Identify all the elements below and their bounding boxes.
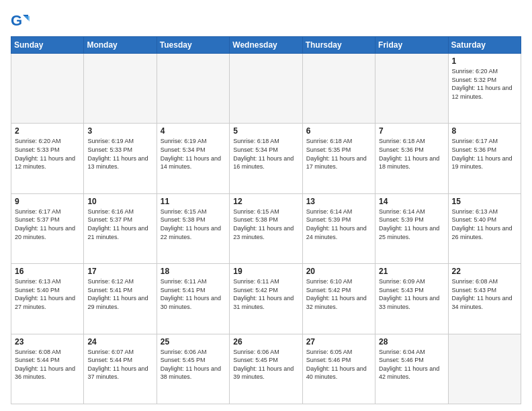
day-info: Sunrise: 6:04 AMSunset: 5:46 PMDaylight:… [379,348,444,381]
calendar-cell: 23Sunrise: 6:08 AMSunset: 5:44 PMDayligh… [11,334,84,404]
calendar-header-row: SundayMondayTuesdayWednesdayThursdayFrid… [11,37,521,54]
svg-text:G: G [11,12,22,29]
calendar-cell: 3Sunrise: 6:19 AMSunset: 5:33 PMDaylight… [84,124,157,193]
calendar-cell: 26Sunrise: 6:06 AMSunset: 5:45 PMDayligh… [230,334,302,404]
day-number: 5 [233,126,298,136]
day-number: 21 [379,267,444,276]
day-number: 9 [15,197,80,206]
day-info: Sunrise: 6:06 AMSunset: 5:45 PMDaylight:… [161,348,226,381]
day-info: Sunrise: 6:12 AMSunset: 5:41 PMDaylight:… [87,277,152,311]
day-number: 25 [161,337,226,347]
day-number: 27 [306,337,371,347]
day-number: 4 [161,126,226,136]
day-number: 12 [233,197,298,206]
day-number: 1 [452,56,517,66]
calendar-cell: 2Sunrise: 6:20 AMSunset: 5:33 PMDaylight… [11,124,84,193]
day-number: 13 [306,197,371,206]
day-number: 11 [161,197,226,206]
day-number: 22 [452,267,517,276]
calendar-cell: 18Sunrise: 6:11 AMSunset: 5:41 PMDayligh… [157,264,229,334]
calendar-cell: 17Sunrise: 6:12 AMSunset: 5:41 PMDayligh… [84,264,157,334]
day-info: Sunrise: 6:18 AMSunset: 5:36 PMDaylight:… [379,137,444,171]
calendar-week-2: 9Sunrise: 6:17 AMSunset: 5:37 PMDaylight… [11,193,521,263]
day-info: Sunrise: 6:11 AMSunset: 5:42 PMDaylight:… [233,277,298,311]
day-number: 20 [306,267,371,276]
day-number: 26 [233,337,298,347]
day-info: Sunrise: 6:16 AMSunset: 5:37 PMDaylight:… [87,208,152,241]
day-number: 15 [452,197,517,206]
logo-icon: G [11,11,30,30]
day-info: Sunrise: 6:15 AMSunset: 5:38 PMDaylight:… [161,208,226,241]
day-number: 19 [233,267,298,276]
calendar-cell: 13Sunrise: 6:14 AMSunset: 5:39 PMDayligh… [302,193,375,263]
calendar-cell: 6Sunrise: 6:18 AMSunset: 5:35 PMDaylight… [302,124,375,193]
day-info: Sunrise: 6:20 AMSunset: 5:33 PMDaylight:… [15,137,80,171]
day-info: Sunrise: 6:05 AMSunset: 5:46 PMDaylight:… [306,348,371,381]
calendar-cell [375,54,448,124]
day-number: 18 [161,267,226,276]
calendar-cell: 4Sunrise: 6:19 AMSunset: 5:34 PMDaylight… [157,124,229,193]
day-number: 17 [87,267,152,276]
calendar-cell [448,334,521,404]
day-info: Sunrise: 6:19 AMSunset: 5:34 PMDaylight:… [161,137,226,171]
calendar-cell: 7Sunrise: 6:18 AMSunset: 5:36 PMDaylight… [375,124,448,193]
calendar-cell: 27Sunrise: 6:05 AMSunset: 5:46 PMDayligh… [302,334,375,404]
calendar-cell [302,54,375,124]
weekday-header-monday: Monday [84,37,157,54]
calendar-cell: 21Sunrise: 6:09 AMSunset: 5:43 PMDayligh… [375,264,448,334]
calendar-cell: 9Sunrise: 6:17 AMSunset: 5:37 PMDaylight… [11,193,84,263]
day-info: Sunrise: 6:08 AMSunset: 5:44 PMDaylight:… [15,348,80,381]
calendar-week-4: 23Sunrise: 6:08 AMSunset: 5:44 PMDayligh… [11,334,521,404]
calendar-cell: 16Sunrise: 6:13 AMSunset: 5:40 PMDayligh… [11,264,84,334]
day-info: Sunrise: 6:13 AMSunset: 5:40 PMDaylight:… [15,277,80,311]
calendar-table: SundayMondayTuesdayWednesdayThursdayFrid… [11,36,521,404]
calendar-cell: 10Sunrise: 6:16 AMSunset: 5:37 PMDayligh… [84,193,157,263]
day-number: 6 [306,126,371,136]
day-info: Sunrise: 6:06 AMSunset: 5:45 PMDaylight:… [233,348,298,381]
header: G [11,11,521,30]
day-number: 28 [379,337,444,347]
calendar-cell [11,54,84,124]
calendar-cell [157,54,229,124]
calendar-cell: 19Sunrise: 6:11 AMSunset: 5:42 PMDayligh… [230,264,302,334]
day-info: Sunrise: 6:18 AMSunset: 5:34 PMDaylight:… [233,137,298,171]
day-info: Sunrise: 6:20 AMSunset: 5:32 PMDaylight:… [452,67,517,101]
day-number: 2 [15,126,80,136]
calendar-week-0: 1Sunrise: 6:20 AMSunset: 5:32 PMDaylight… [11,54,521,124]
weekday-header-wednesday: Wednesday [230,37,302,54]
day-number: 10 [87,197,152,206]
day-info: Sunrise: 6:18 AMSunset: 5:35 PMDaylight:… [306,137,371,171]
day-number: 3 [87,126,152,136]
calendar-cell: 22Sunrise: 6:08 AMSunset: 5:43 PMDayligh… [448,264,521,334]
weekday-header-tuesday: Tuesday [157,37,229,54]
day-number: 23 [15,337,80,347]
weekday-header-thursday: Thursday [302,37,375,54]
day-info: Sunrise: 6:14 AMSunset: 5:39 PMDaylight:… [306,208,371,241]
weekday-header-friday: Friday [375,37,448,54]
calendar-cell [84,54,157,124]
calendar-cell: 1Sunrise: 6:20 AMSunset: 5:32 PMDaylight… [448,54,521,124]
calendar-cell: 11Sunrise: 6:15 AMSunset: 5:38 PMDayligh… [157,193,229,263]
day-info: Sunrise: 6:17 AMSunset: 5:36 PMDaylight:… [452,137,517,171]
weekday-header-saturday: Saturday [448,37,521,54]
day-info: Sunrise: 6:09 AMSunset: 5:43 PMDaylight:… [379,277,444,311]
calendar-cell: 20Sunrise: 6:10 AMSunset: 5:42 PMDayligh… [302,264,375,334]
svg-marker-2 [24,16,30,21]
day-info: Sunrise: 6:19 AMSunset: 5:33 PMDaylight:… [87,137,152,171]
calendar-cell: 12Sunrise: 6:15 AMSunset: 5:38 PMDayligh… [230,193,302,263]
day-info: Sunrise: 6:10 AMSunset: 5:42 PMDaylight:… [306,277,371,311]
calendar-cell: 5Sunrise: 6:18 AMSunset: 5:34 PMDaylight… [230,124,302,193]
day-number: 8 [452,126,517,136]
day-number: 16 [15,267,80,276]
page: G SundayMondayTuesdayWednesdayThursdayFr… [0,0,532,411]
day-number: 7 [379,126,444,136]
calendar-cell: 25Sunrise: 6:06 AMSunset: 5:45 PMDayligh… [157,334,229,404]
day-info: Sunrise: 6:11 AMSunset: 5:41 PMDaylight:… [161,277,226,311]
day-number: 14 [379,197,444,206]
calendar-cell: 24Sunrise: 6:07 AMSunset: 5:44 PMDayligh… [84,334,157,404]
day-info: Sunrise: 6:13 AMSunset: 5:40 PMDaylight:… [452,208,517,241]
logo: G [11,11,32,30]
calendar-cell: 14Sunrise: 6:14 AMSunset: 5:39 PMDayligh… [375,193,448,263]
calendar-week-1: 2Sunrise: 6:20 AMSunset: 5:33 PMDaylight… [11,124,521,193]
day-info: Sunrise: 6:08 AMSunset: 5:43 PMDaylight:… [452,277,517,311]
